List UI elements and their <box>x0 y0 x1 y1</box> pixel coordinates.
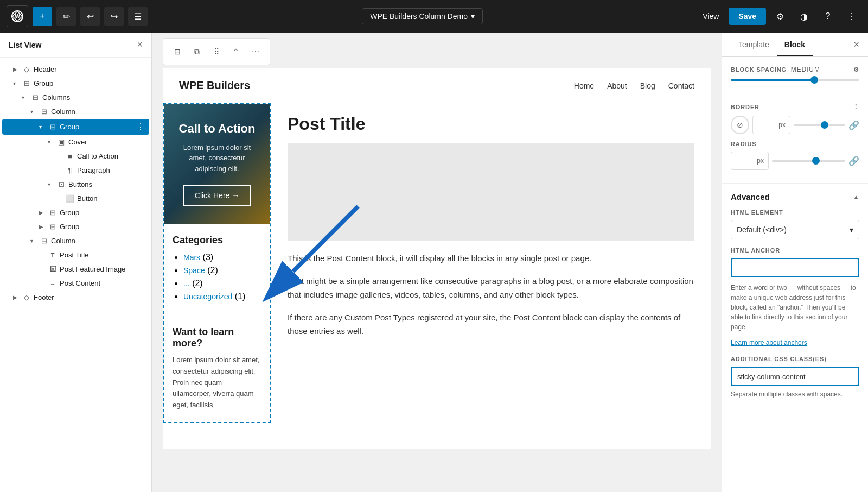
tree-item-buttons[interactable]: ▾ ⊡ Buttons <box>2 178 149 191</box>
edit-button[interactable]: ✏ <box>56 7 76 26</box>
border-more-icon[interactable]: ⋮ <box>853 103 859 110</box>
nav-about[interactable]: About <box>607 81 627 90</box>
settings-button[interactable]: ⚙ <box>770 7 790 26</box>
radius-slider-track[interactable] <box>772 160 845 162</box>
group-selected-icon: ⊞ <box>48 123 58 131</box>
categories-title: Categories <box>173 235 261 246</box>
radius-px-label: px <box>757 157 764 165</box>
radius-link-icon[interactable]: 🔗 <box>848 156 859 166</box>
tree-label-column2: Column <box>51 237 75 245</box>
tree-item-column1[interactable]: ▾ ⊟ Column <box>2 105 149 118</box>
page-mockup: WPE Builders Home About Blog Contact Cal… <box>163 68 711 449</box>
tree-item-group3[interactable]: ▶ ⊞ Group <box>2 220 149 234</box>
more-block-options[interactable]: ⋯ <box>247 43 264 60</box>
tree-item-footer[interactable]: ▶ ◇ Footer <box>2 291 149 304</box>
radius-slider-thumb[interactable] <box>812 157 820 165</box>
more-options-button[interactable]: ⋮ <box>842 7 861 26</box>
other-count: (2) <box>192 279 203 288</box>
border-slider-thumb[interactable] <box>821 121 828 129</box>
tree-item-header[interactable]: ▶ ◇ Header <box>2 62 149 76</box>
nav-contact[interactable]: Contact <box>668 81 694 90</box>
border-label: Border <box>731 104 760 110</box>
category-space[interactable]: Space <box>183 266 205 275</box>
more-icon[interactable]: ⋮ <box>136 122 145 132</box>
cta-button[interactable]: Click Here → <box>183 185 251 206</box>
block-spacing-label: BLOCK SPACING MEDIUM <box>731 66 820 73</box>
border-px-label: px <box>778 121 786 129</box>
add-block-button[interactable]: + <box>33 7 52 26</box>
undo-button[interactable]: ↩ <box>80 7 100 26</box>
tree-item-cover[interactable]: ▾ ▣ Cover <box>2 135 149 149</box>
tree-item-columns[interactable]: ▾ ⊟ Columns <box>2 91 149 104</box>
site-title-button[interactable]: WPE Builders Column Demo ▾ <box>362 8 483 24</box>
advanced-header[interactable]: Advanced ▲ <box>731 192 859 201</box>
column2-icon: ⊟ <box>39 237 49 245</box>
tree-view: ▶ ◇ Header ▾ ⊞ Group ▾ ⊟ Columns ▾ ⊟ Col… <box>0 58 151 492</box>
top-toolbar: W + ✏ ↩ ↪ ☰ WPE Builders Column Demo ▾ V… <box>0 0 868 33</box>
redo-button[interactable]: ↪ <box>104 7 124 26</box>
border-slider-track[interactable] <box>794 124 845 126</box>
drag-handle[interactable]: ⠿ <box>208 43 225 60</box>
tree-item-post-featured[interactable]: ▶ 🖼 Post Featured Image <box>2 262 149 276</box>
css-classes-input[interactable]: sticky-column-content <box>731 367 859 386</box>
tree-item-column2[interactable]: ▾ ⊟ Column <box>2 234 149 248</box>
css-classes-label: ADDITIONAL CSS CLASS(ES) <box>731 356 859 362</box>
cta-text: Lorem ipsum dolor sit amet, consectetur … <box>175 142 259 174</box>
block-spacing-track[interactable] <box>731 79 859 81</box>
close-panel-button[interactable]: × <box>137 39 143 51</box>
chevron-right-icon4: ▶ <box>13 294 20 300</box>
list-item: Uncategorized (1) <box>183 292 261 301</box>
nav-blog[interactable]: Blog <box>640 81 655 90</box>
learn-more-link[interactable]: Learn more about anchors <box>731 339 807 346</box>
nav-home[interactable]: Home <box>574 81 594 90</box>
categories-block: Categories Mars (3) Space (2) ... (2) <box>164 224 270 316</box>
border-section: Border ⋮ ⊘ px 🔗 RADIUS <box>722 94 868 184</box>
category-other[interactable]: ... <box>183 279 190 288</box>
radius-px-input[interactable]: px <box>731 152 769 170</box>
tree-item-post-content[interactable]: ▶ ≡ Post Content <box>2 276 149 290</box>
list-item: Mars (3) <box>183 253 261 262</box>
menu-icon: ☰ <box>134 11 142 22</box>
tree-item-group-selected[interactable]: ▾ ⊞ Group ⋮ <box>2 119 149 135</box>
post-content: This is the Post Content block, it will … <box>288 251 694 338</box>
separate-text: Separate multiple classes with spaces. <box>731 390 859 398</box>
duplicate-button[interactable]: ⧉ <box>188 43 206 60</box>
html-element-select[interactable]: Default (<div>) ▾ <box>731 220 859 239</box>
block-spacing-value: MEDIUM <box>791 66 820 73</box>
close-right-panel-button[interactable]: × <box>853 39 859 51</box>
ellipsis-icon: ⋮ <box>847 11 856 22</box>
tree-item-button[interactable]: ▶ ⬜ Button <box>2 192 149 205</box>
border-px-input[interactable]: px <box>752 116 790 134</box>
menu-button[interactable]: ☰ <box>128 7 148 26</box>
wp-logo: W <box>7 5 28 27</box>
tree-label-column1: Column <box>51 108 75 116</box>
move-up-button[interactable]: ⌃ <box>227 43 245 60</box>
tree-item-cta[interactable]: ▶ ■ Call to Action <box>2 149 149 163</box>
block-spacing-thumb[interactable] <box>810 76 818 84</box>
block-toolbar: ⊟ ⧉ ⠿ ⌃ ⋯ <box>163 38 270 65</box>
undo-icon: ↩ <box>87 11 94 22</box>
category-mars[interactable]: Mars <box>183 253 200 262</box>
tree-item-post-title[interactable]: ▶ T Post Title <box>2 248 149 262</box>
save-button[interactable]: Save <box>729 8 766 25</box>
help-button[interactable]: ? <box>818 7 838 26</box>
columns-layout-icon: ⊟ <box>174 47 181 56</box>
view-button[interactable]: View <box>697 9 724 24</box>
uncategorized-count: (1) <box>235 292 246 301</box>
settings-icon[interactable]: ⚙ <box>853 66 859 73</box>
tree-item-paragraph[interactable]: ▶ ¶ Paragraph <box>2 163 149 177</box>
tree-item-group1[interactable]: ▾ ⊞ Group <box>2 77 149 90</box>
block-spacing-section: BLOCK SPACING MEDIUM ⚙ <box>722 57 868 94</box>
columns-layout-button[interactable]: ⊟ <box>169 43 186 60</box>
main-layout: List View × ▶ ◇ Header ▾ ⊞ Group ▾ ⊟ Col… <box>0 33 868 492</box>
category-uncategorized[interactable]: Uncategorized <box>183 292 232 301</box>
right-panel-tabs: Template Block × <box>722 33 868 57</box>
tree-item-group2[interactable]: ▶ ⊞ Group <box>2 206 149 219</box>
link-icon[interactable]: 🔗 <box>848 120 859 130</box>
html-anchor-input[interactable] <box>731 258 859 277</box>
radius-row: px 🔗 <box>731 152 859 170</box>
theme-button[interactable]: ◑ <box>794 7 814 26</box>
tab-block[interactable]: Block <box>777 33 813 56</box>
buttons-icon: ⊡ <box>56 180 66 188</box>
tab-template[interactable]: Template <box>731 33 777 56</box>
